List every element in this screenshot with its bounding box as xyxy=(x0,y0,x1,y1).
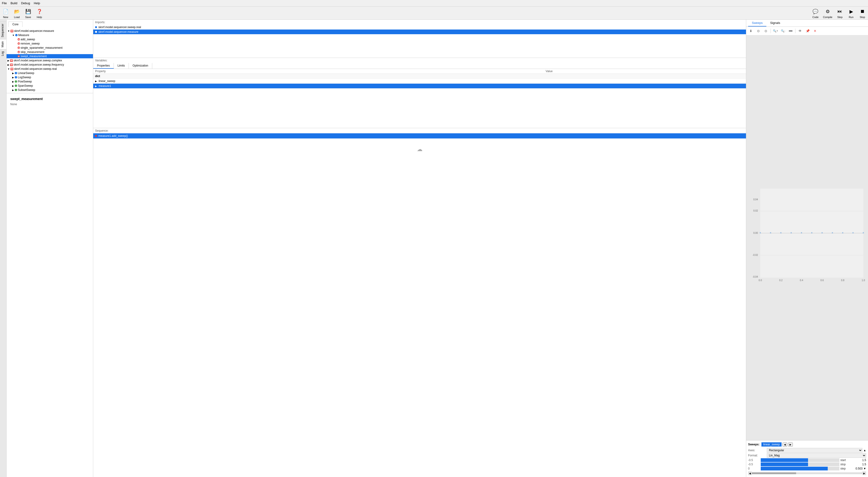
tree-item-10[interactable]: ▶ ○ LinearSweep xyxy=(6,71,93,75)
toolbar-run[interactable]: ▶ Run xyxy=(847,8,855,19)
table-row-linear-sweep[interactable]: ▶ linear_sweep xyxy=(93,79,746,84)
format-select[interactable]: Lin_Mag xyxy=(767,453,866,458)
side-tab-log[interactable]: Log xyxy=(0,49,6,58)
plot-tool-pin[interactable]: 📌 xyxy=(805,28,810,34)
param-value-start: 1.5 xyxy=(855,458,866,462)
side-tab-sequencer[interactable]: Sequencer xyxy=(0,22,6,39)
menu-debug[interactable]: Debug xyxy=(21,1,30,5)
seq-item-0[interactable]: measure1.add_sweep() xyxy=(93,133,746,139)
param-bar-stop[interactable] xyxy=(761,463,839,466)
tree-item-13[interactable]: ▶ ○ SpanSweep xyxy=(6,84,93,88)
scroll-left-btn[interactable]: ◀ xyxy=(748,471,752,475)
toolbar-help[interactable]: ❓ Help xyxy=(36,8,43,19)
step-label: Step xyxy=(837,16,843,19)
left-panel: Core ▼ M sknrf.model.sequencer.measure ▼… xyxy=(6,20,93,477)
tree-item-3[interactable]: M remove_sweep xyxy=(6,41,93,46)
help-icon: ❓ xyxy=(36,8,43,15)
tree-item-9[interactable]: ▼ M sknrf.model.sequencer.sweep.real xyxy=(6,67,93,71)
plot-tool-pan[interactable]: ➖ xyxy=(788,28,793,34)
sweeps-row: Sweeps: linear_sweep ◀ ▶ xyxy=(748,442,866,447)
tree-item-0[interactable]: ▼ M sknrf.model.sequencer.measure xyxy=(6,29,93,33)
plot-tool-download[interactable]: ⬇ xyxy=(748,28,754,34)
axes-select[interactable]: Rectangular xyxy=(767,448,862,453)
plot-tool-zoom-in[interactable]: 🔍+ xyxy=(773,28,778,34)
variable-table: Property Value dict ▶ linear_sweep xyxy=(93,69,746,89)
svg-text:×: × xyxy=(801,231,802,235)
import-item-0[interactable]: sknrf.model.sequencer.sweep.real xyxy=(93,25,746,30)
code-label: Code xyxy=(812,16,818,19)
toolbar-new[interactable]: 📄 New xyxy=(2,8,9,19)
axes-expand-icon[interactable]: ▲ xyxy=(863,449,866,452)
expand-icon-linear[interactable]: ▶ xyxy=(95,80,97,83)
svg-text:×: × xyxy=(759,231,761,235)
circle-blue-icon-1: ○ xyxy=(15,34,18,36)
tree-label-13: SpanSweep xyxy=(18,84,33,87)
import-item-1[interactable]: sknrf.model.sequencer.measure xyxy=(93,30,746,34)
tree-item-11[interactable]: ▶ ○ LogSweep xyxy=(6,75,93,80)
toolbar-compile[interactable]: ⚙ Compile xyxy=(823,8,832,19)
toolbar-step[interactable]: ⏭ Step xyxy=(836,8,844,19)
module-icon-8: M xyxy=(10,63,13,66)
tree-item-7[interactable]: ▶ M sknrf.model.sequencer.sweep.complex xyxy=(6,58,93,63)
var-tab-properties[interactable]: Properties xyxy=(93,63,114,69)
plot-toolbar-separator-2 xyxy=(795,29,796,33)
tree-expand-icon-14: ▶ xyxy=(12,89,14,91)
param-row-stop: -0.5 stop 1.5 xyxy=(748,463,866,466)
param-bar-step[interactable] xyxy=(761,467,839,471)
plot-tool-close[interactable]: ✕ xyxy=(812,28,818,34)
var-tab-limits[interactable]: Limits xyxy=(114,63,129,69)
svg-text:-0.04: -0.04 xyxy=(752,275,758,278)
seq-text-0: measure1.add_sweep() xyxy=(98,134,128,138)
expand-icon-measure1[interactable]: ▶ xyxy=(95,85,97,87)
tree-item-8[interactable]: ▶ M sknrf.model.sequencer.sweep.frequenc… xyxy=(6,63,93,67)
svg-text:×: × xyxy=(852,231,854,235)
help-label: Help xyxy=(37,16,42,19)
tree-item-14[interactable]: ▶ ○ SubsetSweep xyxy=(6,88,93,92)
plot-tool-zoom-out[interactable]: 🔍- xyxy=(780,28,786,34)
var-tab-optimization[interactable]: Optimization xyxy=(129,63,152,69)
plot-tool-zoom-fit-1[interactable]: ⊙ xyxy=(755,28,761,34)
tree-item-2[interactable]: M add_sweep xyxy=(6,37,93,41)
menu-file[interactable]: File xyxy=(2,1,7,5)
toolbar-stop[interactable]: ⏹ Stop xyxy=(859,8,866,19)
toolbar-code[interactable]: 💬 Code xyxy=(812,8,819,19)
new-label: New xyxy=(3,16,8,19)
toolbar-load[interactable]: 📂 Load xyxy=(13,8,21,19)
bottom-controls: Sweeps: linear_sweep ◀ ▶ Axes: Rectangul… xyxy=(746,440,868,477)
sweeps-list: linear_sweep ◀ ▶ xyxy=(762,442,866,447)
menu-help[interactable]: Help xyxy=(34,1,40,5)
param-bar-fill-stop xyxy=(761,463,808,466)
param-value-step: 0.503 ▼ xyxy=(855,467,866,470)
sweep-selected-item[interactable]: linear_sweep xyxy=(762,442,782,447)
save-icon: 💾 xyxy=(24,8,32,15)
right-tab-signals[interactable]: Signals xyxy=(766,20,784,27)
plot-tool-eye[interactable]: 👁 xyxy=(797,28,803,34)
compile-label: Compile xyxy=(823,16,832,19)
tree-item-12[interactable]: ▶ ○ PowSweep xyxy=(6,80,93,84)
compile-icon: ⚙ xyxy=(824,8,832,15)
row-value-linear-sweep xyxy=(544,79,746,84)
tree-item-5[interactable]: M skip_measurement xyxy=(6,50,93,54)
toolbar-save[interactable]: 💾 Save xyxy=(24,8,32,19)
svg-text:×: × xyxy=(790,231,792,235)
sweep-prev-btn[interactable]: ◀ xyxy=(782,443,787,447)
plot-tool-zoom-fit-2[interactable]: ⊙ xyxy=(763,28,769,34)
tree-label-14: SubsetSweep xyxy=(18,88,35,92)
menu-build[interactable]: Build xyxy=(10,1,17,5)
tree-item-4[interactable]: M single_sparameter_measurement xyxy=(6,46,93,50)
sweep-next-btn[interactable]: ▶ xyxy=(788,443,793,447)
param-bar-start[interactable] xyxy=(761,458,839,462)
variables-section: Variables: Properties Limits Optimizatio… xyxy=(93,58,746,128)
scroll-right-btn[interactable]: ▶ xyxy=(862,471,866,475)
tree-expand-icon-11: ▶ xyxy=(12,76,14,79)
right-tab-sweeps[interactable]: Sweeps xyxy=(748,20,766,27)
svg-text:×: × xyxy=(780,231,782,235)
table-row-measure1[interactable]: ▶ measure1 xyxy=(93,84,746,89)
core-tab[interactable]: Core xyxy=(8,22,23,27)
scroll-track[interactable] xyxy=(752,472,862,474)
svg-text:0.00: 0.00 xyxy=(753,232,758,234)
imports-label: Imports: xyxy=(93,20,746,25)
side-tab-main[interactable]: Main xyxy=(0,39,6,49)
tree-item-1[interactable]: ▼ ○ Measure xyxy=(6,33,93,37)
tree-item-6[interactable]: M swept_measurement xyxy=(6,54,93,58)
